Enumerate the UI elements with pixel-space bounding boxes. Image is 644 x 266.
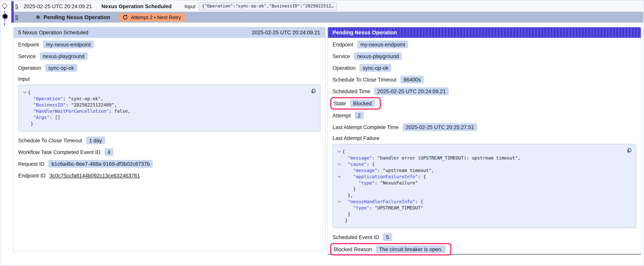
field-label: Attempt xyxy=(332,113,351,118)
json-line-text: { xyxy=(28,89,30,96)
retry-badge-label: Attempt 2 • Next Retry xyxy=(131,14,181,20)
json-key: "message" xyxy=(348,155,372,161)
timeline-selected-dot-icon[interactable] xyxy=(2,14,7,19)
field-label: State xyxy=(334,100,346,106)
json-text: : "sync-op-ok", xyxy=(63,96,104,101)
event-row-pending-nexus-operation[interactable]: 5 Pending Nexus Operation Attempt 2 • Ne… xyxy=(11,12,643,23)
json-line-text: "message": "upstream timeout", xyxy=(342,167,434,174)
event-id-link[interactable]: 5 xyxy=(15,4,18,9)
event-row-nexus-operation-scheduled[interactable]: 5 2025-02-25 UTC 20:24:09.21 Nexus Opera… xyxy=(11,1,643,12)
json-line-text: }, xyxy=(342,192,353,198)
json-text: { xyxy=(28,90,30,95)
field-endpoint-id: Endpoint ID3c0c75ccfa8144b092c13ce632463… xyxy=(18,170,320,181)
field-operation: Operationsync-op-ok xyxy=(332,62,636,74)
json-line: "type": "UPSTREAM_TIMEOUT" xyxy=(336,205,631,211)
json-line-text: "type": "NexusFailure" xyxy=(342,180,418,186)
json-line: { xyxy=(336,149,631,155)
field-request-id: Request IDb1c6a4bc-8ee7-468a-9169-df3b02… xyxy=(18,158,320,170)
field-value-link[interactable]: 3c0c75ccfa8144b092c13ce632463761 xyxy=(50,173,140,178)
json-key: "nexusHandlerFailureInfo" xyxy=(348,199,415,204)
json-text: } xyxy=(342,218,348,223)
json-line-text: } xyxy=(28,121,33,127)
event-id-link[interactable]: 5 xyxy=(15,14,18,20)
field-value-badge: sync-op-ok xyxy=(360,64,392,72)
json-text: { xyxy=(342,149,345,154)
field-state: StateBlocked xyxy=(332,97,636,110)
gutter-space xyxy=(336,205,342,211)
json-line-text: } xyxy=(342,211,350,217)
field-label: Request ID xyxy=(18,161,44,167)
input-json-code: { "Operation": "sync-op-ok", "BusinessID… xyxy=(22,89,315,127)
field-value-badge: 1 day xyxy=(86,137,105,144)
field-last-attempt-complete-time: Last Attempt Complete Time2025-02-25 UTC… xyxy=(332,121,636,133)
json-text: } xyxy=(342,186,356,192)
json-text: : { xyxy=(367,161,375,167)
field-scheduled-time: Scheduled Time2025-02-25 UTC 20:24:09.21 xyxy=(332,85,636,97)
json-text xyxy=(28,102,33,108)
json-line: "message": "handler error (UPSTREAM_TIME… xyxy=(336,155,631,161)
field-value-badge: my-nexus-endpoint xyxy=(357,41,408,48)
collapse-chevron-icon[interactable] xyxy=(22,89,28,96)
json-key: "Args" xyxy=(33,115,50,120)
collapse-chevron-icon[interactable] xyxy=(336,149,342,155)
json-text xyxy=(342,155,348,161)
field-schedule-to-close-timeout: Schedule To Close Timeout86400s xyxy=(332,74,636,85)
field-value-badge: 2025-02-25 UTC 20:25:27.51 xyxy=(402,123,477,131)
field-label: Blocked Reason xyxy=(334,246,372,252)
field-workflow-task-completed-event-id: Workflow Task Completed Event ID4 xyxy=(18,146,320,158)
pending-asterisk-icon xyxy=(35,15,40,20)
timeline-open-circle-icon[interactable] xyxy=(2,4,7,8)
field-service: Servicenexus-playground xyxy=(332,50,636,62)
json-text xyxy=(28,108,33,114)
json-text xyxy=(342,205,353,211)
pending-event-title: Pending Nexus Operation xyxy=(44,14,110,20)
json-text xyxy=(342,199,348,204)
json-text: : "handler error (UPSTREAM_TIMEOUT): ups… xyxy=(372,155,520,161)
json-text: : "20250225122409", xyxy=(66,102,117,108)
json-key: "HandlerWaitForCancellation" xyxy=(33,108,109,114)
field-value-badge: nexus-playground xyxy=(40,52,88,60)
field-value-badge: nexus-playground xyxy=(354,52,402,60)
gutter-space xyxy=(336,217,342,223)
json-line-text: { xyxy=(342,149,345,155)
field-label: Workflow Task Completed Event ID xyxy=(18,149,100,155)
pending-operation-panel: Pending Nexus Operation Endpointmy-nexus… xyxy=(328,27,641,255)
json-text: : { xyxy=(415,199,423,204)
gutter-space xyxy=(336,155,342,161)
gutter-space xyxy=(22,96,28,102)
event-details-header-title: 5 Nexus Operation Scheduled xyxy=(18,30,88,36)
json-line-text: "Args": [] xyxy=(28,114,60,121)
annotation-highlight-box: Blocked ReasonThe circuit breaker is ope… xyxy=(330,243,452,255)
collapse-chevron-icon[interactable] xyxy=(336,174,342,180)
copy-icon[interactable] xyxy=(310,88,316,94)
field-label: Endpoint xyxy=(18,42,39,47)
field-label: Endpoint ID xyxy=(18,173,46,178)
event-input-preview-chip[interactable]: {"Operation":"sync-op-ok","BusinessID":"… xyxy=(199,2,337,11)
field-blocked-reason: Blocked ReasonThe circuit breaker is ope… xyxy=(332,243,636,255)
field-value-badge: b1c6a4bc-8ee7-468a-9169-df3b02c8737b xyxy=(48,160,153,168)
field-attempt: Attempt2 xyxy=(332,110,636,121)
json-text xyxy=(28,115,33,120)
pending-operation-body: Endpointmy-nexus-endpointServicenexus-pl… xyxy=(328,38,641,255)
json-text: : "UPSTREAM_TIMEOUT" xyxy=(369,205,423,211)
json-line: } xyxy=(336,211,631,217)
json-key: "message" xyxy=(353,168,377,173)
collapse-chevron-icon[interactable] xyxy=(336,198,342,205)
input-section-label: Input xyxy=(18,74,320,84)
json-line: }, xyxy=(336,192,631,198)
collapse-chevron-icon[interactable] xyxy=(336,161,342,167)
copy-icon[interactable] xyxy=(626,147,632,153)
field-service: Servicenexus-playground xyxy=(18,50,320,62)
field-label: Operation xyxy=(332,65,356,71)
json-line: } xyxy=(22,121,315,127)
field-label: Scheduled Event ID xyxy=(332,234,379,240)
field-schedule-to-close-timeout: Schedule To Close Timeout1 day xyxy=(18,135,320,146)
gutter-space xyxy=(22,114,28,121)
json-line: "type": "NexusFailure" xyxy=(336,180,631,186)
retry-icon xyxy=(122,14,128,20)
json-key: "applicationFailureInfo" xyxy=(353,174,418,179)
json-line: "BusinessID": "20250225122409", xyxy=(22,102,315,108)
json-line-text: "cause": { xyxy=(342,161,375,167)
event-title: Nexus Operation Scheduled xyxy=(101,4,172,9)
json-line: "applicationFailureInfo": { xyxy=(336,174,631,180)
